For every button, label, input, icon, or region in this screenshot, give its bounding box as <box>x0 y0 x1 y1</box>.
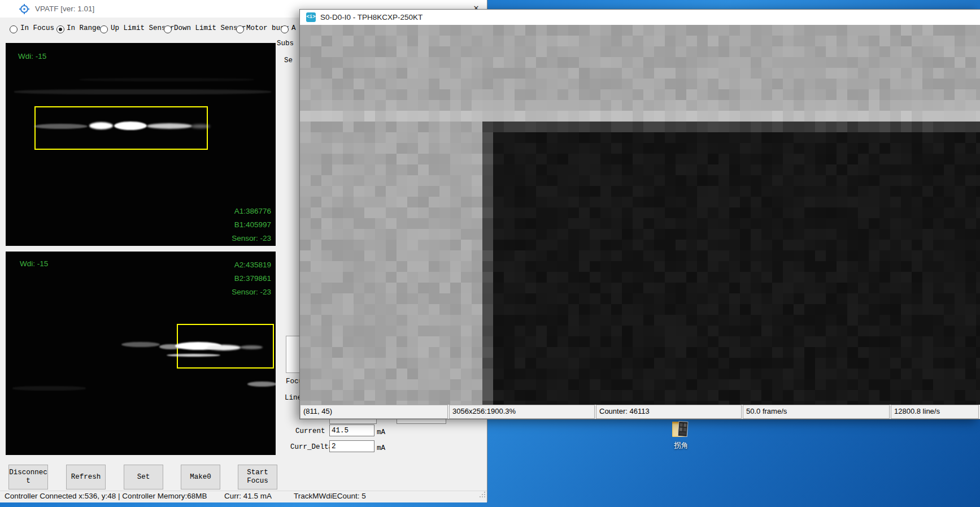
noise-band <box>79 78 254 81</box>
desktop-icon-corner[interactable]: 拐角 <box>659 418 704 454</box>
sensor-value-1: Sensor: -23 <box>232 232 271 245</box>
laser-streak <box>247 382 276 387</box>
noise-band <box>12 386 86 391</box>
disconnect-button[interactable]: Disconnec t <box>8 465 48 489</box>
radio-circle-icon[interactable] <box>164 25 172 33</box>
status-line-rate: 12800.8 line/s <box>891 405 979 419</box>
viewer-app-icon: <i> <box>306 12 316 22</box>
sensor-value-2: Sensor: -23 <box>232 285 271 299</box>
viewer-status-bar: (811, 45) 3056x256:1900.3% Counter: 4611… <box>300 405 980 419</box>
laser-streak <box>191 124 210 128</box>
curr-delta-input[interactable] <box>329 440 374 452</box>
viewer-titlebar[interactable]: <i> S0-D0-I0 - TPH8KCXP-250KT <box>300 10 980 25</box>
window-title: VPATF [ver: 1.01] <box>35 0 94 18</box>
status-image-zoom: 3056x256:1900.3% <box>449 405 595 419</box>
metrics-panel-1: A1:386776 B1:405997 Sensor: -23 <box>232 205 271 245</box>
side-label-se: Se <box>284 57 293 64</box>
curr-delta-label: Curr_Delta <box>290 443 333 451</box>
current-label: Current <box>295 427 325 435</box>
status-bar: Controller Connected x:536, y:48 | Contr… <box>0 491 487 502</box>
laser-streak <box>167 354 220 357</box>
status-frame-rate: 50.0 frame/s <box>743 405 890 419</box>
side-label-substrate: Subs <box>277 40 294 47</box>
make0-button[interactable]: Make0 <box>181 465 220 489</box>
viewer-window: <i> S0-D0-I0 - TPH8KCXP-250KT (811, 45) … <box>299 9 980 419</box>
laser-streak <box>34 124 88 129</box>
list-box-fragment <box>286 336 300 373</box>
set-button[interactable]: Set <box>124 465 163 489</box>
wdi-value-1: Wdi: -15 <box>18 52 46 60</box>
curr-delta-unit: mA <box>377 444 385 452</box>
a2-value: A2:435819 <box>232 258 271 272</box>
current-input[interactable] <box>329 424 374 436</box>
a1-value: A1:386776 <box>232 205 271 218</box>
crosshair-app-icon <box>19 4 29 14</box>
track-count-status: TrackMWdiECount: 5 <box>294 492 366 500</box>
desktop-icon-label: 拐角 <box>659 441 704 450</box>
status-cursor-position: (811, 45) <box>300 405 448 419</box>
current-unit: mA <box>377 428 385 436</box>
viewer-window-title: S0-D0-I0 - TPH8KCXP-250KT <box>320 10 423 25</box>
radio-circle-icon[interactable] <box>100 25 108 33</box>
radio-circle-icon[interactable] <box>10 25 18 33</box>
status-frame-counter: Counter: 46113 <box>596 405 742 419</box>
laser-streak <box>121 342 160 347</box>
resize-grip[interactable] <box>480 492 485 497</box>
desktop: { "colors": { "green": "#3eb53e", "roi-y… <box>0 0 980 507</box>
folder-icon <box>669 418 694 440</box>
controller-status: Controller Connected x:536, y:48 | Contr… <box>5 492 207 500</box>
b1-value: B1:405997 <box>232 218 271 232</box>
camera-panel-2: Wdi: -15 A2:435819 B2:379861 Sensor: -23 <box>6 252 276 455</box>
zoomed-image-view[interactable] <box>300 25 980 405</box>
wdi-value-2: Wdi: -15 <box>20 259 48 268</box>
laser-streak <box>207 345 241 350</box>
start-focus-button[interactable]: Start Focus <box>238 465 277 489</box>
laser-streak <box>240 345 263 349</box>
curr-status: Curr: 41.5 mA <box>224 492 272 500</box>
laser-streak <box>147 123 192 129</box>
laser-streak <box>89 122 113 129</box>
noise-band <box>14 89 271 94</box>
radio-circle-icon[interactable] <box>281 25 289 33</box>
laser-streak <box>114 122 147 130</box>
radio-circle-icon[interactable] <box>56 25 64 33</box>
camera-panel-1: Wdi: -15 A1:386776 B1:405997 Sensor: -23 <box>6 43 276 246</box>
b2-value: B2:379861 <box>232 272 271 285</box>
radio-circle-icon[interactable] <box>236 25 244 33</box>
metrics-panel-2: A2:435819 B2:379861 Sensor: -23 <box>232 258 271 299</box>
refresh-button[interactable]: Refresh <box>66 465 106 489</box>
